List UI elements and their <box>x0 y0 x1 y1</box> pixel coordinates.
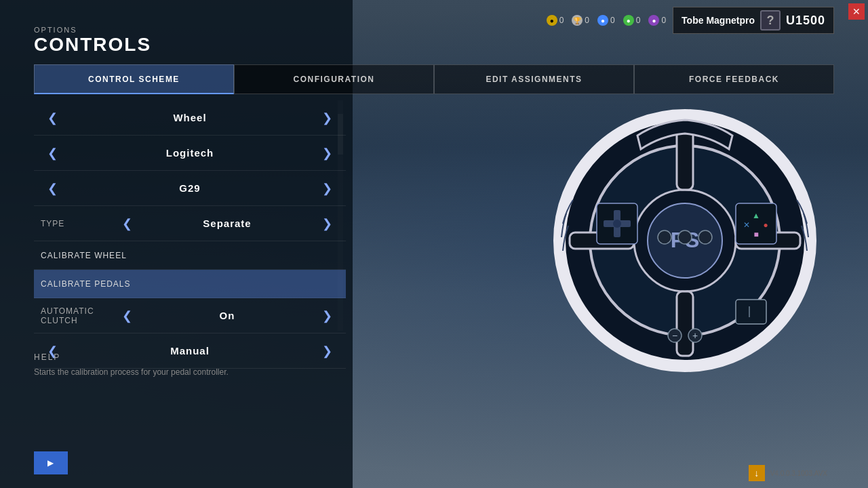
input-type-value: Separate <box>139 218 315 229</box>
credits-value: U1500 <box>786 14 825 28</box>
page-title: CONTROLS <box>34 34 151 56</box>
help-section: HELP Starts the calibration process for … <box>34 352 346 378</box>
help-text: Starts the calibration process for your … <box>34 366 346 378</box>
svg-point-18 <box>658 230 671 244</box>
svg-text:■: ■ <box>753 230 758 239</box>
auto-clutch-row: Automatic Clutch ❮ On ❯ <box>34 298 346 333</box>
svg-text:▲: ▲ <box>752 211 760 220</box>
user-area: ● 0 🏆 0 ● 0 ● 0 ● 0 Tobe Magnetpro ? U15… <box>547 7 834 34</box>
currency-trophy: 🏆 0 <box>572 15 589 26</box>
blue-icon: ● <box>597 15 608 26</box>
calibrate-wheel-label: Calibrate Wheel <box>41 251 127 260</box>
auto-clutch-left[interactable]: ❮ <box>115 306 139 326</box>
device-type-value: Wheel <box>64 112 315 123</box>
trophy-value: 0 <box>585 16 589 25</box>
model-right[interactable]: ❯ <box>315 178 339 199</box>
brand-left[interactable]: ❮ <box>41 143 64 163</box>
auto-clutch-label: Automatic Clutch <box>41 306 115 325</box>
green-icon: ● <box>623 15 634 26</box>
wheel-illustration: PS ▲ ● ✕ ■ <box>542 95 827 386</box>
currency-green: ● 0 <box>623 15 641 26</box>
tab-control-scheme[interactable]: CONTROL SCHEME <box>34 64 234 94</box>
tab-force-feedback[interactable]: FORCE FEEDBACK <box>634 64 834 94</box>
device-type-left[interactable]: ❮ <box>41 108 64 128</box>
svg-point-12 <box>613 220 621 228</box>
back-button[interactable]: ▶ <box>34 451 68 474</box>
input-type-row: Type ❮ Separate ❯ <box>34 206 346 241</box>
device-type-row: ❮ Wheel ❯ <box>34 100 346 136</box>
input-type-control: ❮ Separate ❯ <box>115 214 339 234</box>
currency-blue: ● 0 <box>597 15 615 26</box>
svg-rect-25 <box>736 300 766 324</box>
purple-value: 0 <box>661 16 666 25</box>
svg-text:+: + <box>692 330 698 341</box>
breadcrumb: OPTIONS <box>34 26 151 34</box>
gold-icon: ● <box>547 15 557 26</box>
calibrate-pedals-label: Calibrate Pedals <box>41 279 130 289</box>
brand-value: Logitech <box>64 147 315 159</box>
calibrate-wheel-item[interactable]: Calibrate Wheel <box>34 241 346 270</box>
tab-edit-assignments[interactable]: EDIT ASSIGNMENTS <box>434 64 634 94</box>
trophy-icon: 🏆 <box>572 15 583 26</box>
version-text: V4.0.0.3.1003.AVX <box>770 470 827 477</box>
model-row: ❮ G29 ❯ <box>34 171 346 206</box>
svg-text:−: − <box>672 330 677 341</box>
tabs-row: CONTROL SCHEME CONFIGURATION EDIT ASSIGN… <box>34 64 834 94</box>
brand-control: ❮ Logitech ❯ <box>41 143 339 163</box>
input-type-left[interactable]: ❮ <box>115 214 139 234</box>
currency-row: ● 0 🏆 0 ● 0 ● 0 ● 0 <box>547 15 666 26</box>
svg-point-20 <box>698 230 712 244</box>
purple-icon: ● <box>648 15 659 26</box>
model-left[interactable]: ❮ <box>41 178 64 199</box>
currency-purple: ● 0 <box>648 15 666 26</box>
auto-clutch-value: On <box>139 310 315 321</box>
user-credits-panel: Tobe Magnetpro ? U1500 <box>673 7 834 34</box>
close-button[interactable]: ✕ <box>848 3 865 20</box>
help-icon[interactable]: ? <box>760 10 781 30</box>
blue-value: 0 <box>610 16 615 25</box>
calibrate-pedals-item[interactable]: Calibrate Pedals <box>34 270 346 298</box>
svg-text:●: ● <box>763 220 768 230</box>
model-control: ❮ G29 ❯ <box>41 178 339 199</box>
version-info: ↓ V4.0.0.3.1003.AVX <box>749 465 827 481</box>
update-icon[interactable]: ↓ <box>749 465 765 481</box>
input-type-right[interactable]: ❯ <box>315 214 339 234</box>
svg-point-19 <box>678 230 692 244</box>
help-title: HELP <box>34 352 346 362</box>
device-type-right[interactable]: ❯ <box>315 108 339 128</box>
brand-right[interactable]: ❯ <box>315 143 339 163</box>
content-area: ❮ Wheel ❯ ❮ Logitech ❯ ❮ G29 ❯ Type ❮ Se… <box>34 100 346 369</box>
auto-clutch-right[interactable]: ❯ <box>315 306 339 326</box>
auto-clutch-control: ❮ On ❯ <box>115 306 339 326</box>
input-type-label: Type <box>41 219 115 228</box>
currency-gold: ● 0 <box>547 15 564 26</box>
device-type-control: ❮ Wheel ❯ <box>41 108 339 128</box>
title-section: OPTIONS CONTROLS <box>34 26 151 56</box>
tab-configuration[interactable]: CONFIGURATION <box>234 64 434 94</box>
model-value: G29 <box>64 182 315 194</box>
green-value: 0 <box>636 16 641 25</box>
wheel-svg: PS ▲ ● ✕ ■ <box>549 105 821 376</box>
brand-row: ❮ Logitech ❯ <box>34 136 346 171</box>
svg-rect-8 <box>677 291 693 356</box>
username: Tobe Magnetpro <box>682 15 755 26</box>
gold-value: 0 <box>559 16 564 25</box>
svg-text:✕: ✕ <box>743 220 750 230</box>
